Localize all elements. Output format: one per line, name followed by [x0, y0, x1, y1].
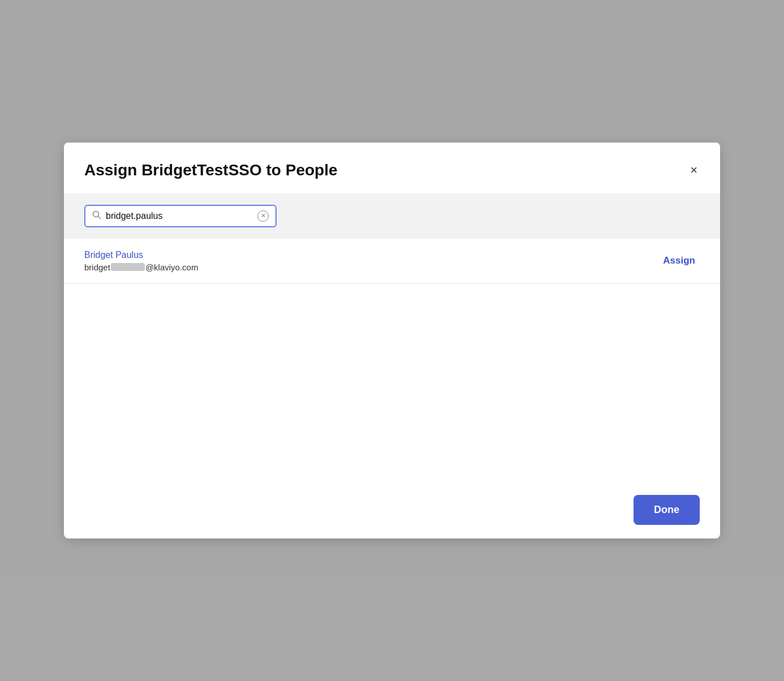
- email-prefix: bridget: [84, 262, 110, 272]
- results-area: Bridget Paulus bridget@klaviyo.com Assig…: [64, 239, 720, 481]
- assign-button[interactable]: Assign: [658, 253, 700, 269]
- close-button[interactable]: ×: [688, 162, 700, 179]
- email-redacted: [111, 263, 145, 271]
- search-icon: [92, 210, 101, 222]
- done-button[interactable]: Done: [634, 495, 700, 525]
- result-info: Bridget Paulus bridget@klaviyo.com: [84, 250, 198, 272]
- result-email: bridget@klaviyo.com: [84, 262, 198, 272]
- search-input-wrapper: ✕: [84, 205, 277, 227]
- modal-title: Assign BridgetTestSSO to People: [84, 161, 338, 180]
- email-suffix: @klaviyo.com: [145, 262, 199, 272]
- result-name[interactable]: Bridget Paulus: [84, 250, 198, 260]
- modal-footer: Done: [64, 481, 720, 538]
- search-bar-area: ✕: [64, 193, 720, 239]
- modal-overlay: Assign BridgetTestSSO to People × ✕: [0, 0, 784, 681]
- svg-line-1: [98, 216, 101, 218]
- search-input[interactable]: [106, 211, 253, 221]
- modal-header: Assign BridgetTestSSO to People ×: [64, 143, 720, 193]
- result-row: Bridget Paulus bridget@klaviyo.com Assig…: [64, 239, 720, 284]
- modal-dialog: Assign BridgetTestSSO to People × ✕: [64, 143, 720, 538]
- clear-search-button[interactable]: ✕: [257, 210, 269, 222]
- clear-icon: ✕: [257, 210, 269, 222]
